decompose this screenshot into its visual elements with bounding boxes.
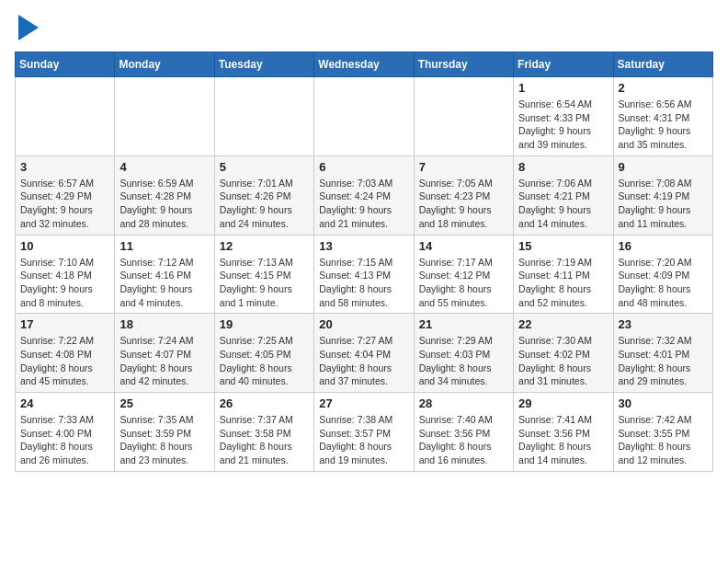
weekday-header-sunday: Sunday — [16, 52, 115, 77]
calendar-cell: 2Sunrise: 6:56 AM Sunset: 4:31 PM Daylig… — [613, 77, 712, 156]
day-info: Sunrise: 6:54 AM Sunset: 4:33 PM Dayligh… — [518, 98, 608, 152]
day-info: Sunrise: 7:27 AM Sunset: 4:04 PM Dayligh… — [319, 334, 408, 388]
day-number: 7 — [419, 160, 508, 174]
calendar-cell: 3Sunrise: 6:57 AM Sunset: 4:29 PM Daylig… — [16, 155, 115, 235]
weekday-header-wednesday: Wednesday — [314, 52, 414, 77]
day-info: Sunrise: 7:40 AM Sunset: 3:56 PM Dayligh… — [419, 413, 508, 467]
calendar-cell: 5Sunrise: 7:01 AM Sunset: 4:26 PM Daylig… — [214, 155, 313, 235]
day-info: Sunrise: 7:03 AM Sunset: 4:24 PM Dayligh… — [319, 177, 408, 231]
day-info: Sunrise: 7:01 AM Sunset: 4:26 PM Dayligh… — [220, 177, 309, 231]
calendar-week-4: 17Sunrise: 7:22 AM Sunset: 4:08 PM Dayli… — [16, 314, 713, 393]
calendar-cell: 9Sunrise: 7:08 AM Sunset: 4:19 PM Daylig… — [613, 155, 712, 235]
weekday-header-thursday: Thursday — [414, 52, 513, 77]
calendar-cell — [414, 77, 513, 156]
day-info: Sunrise: 7:24 AM Sunset: 4:07 PM Dayligh… — [119, 334, 209, 388]
day-info: Sunrise: 7:37 AM Sunset: 3:58 PM Dayligh… — [220, 413, 309, 467]
day-number: 12 — [220, 239, 309, 253]
calendar-cell: 20Sunrise: 7:27 AM Sunset: 4:04 PM Dayli… — [314, 314, 414, 393]
day-number: 2 — [619, 81, 708, 95]
calendar-cell: 12Sunrise: 7:13 AM Sunset: 4:15 PM Dayli… — [214, 235, 313, 314]
day-info: Sunrise: 7:33 AM Sunset: 4:00 PM Dayligh… — [20, 413, 109, 467]
calendar-week-2: 3Sunrise: 6:57 AM Sunset: 4:29 PM Daylig… — [16, 155, 713, 235]
day-number: 4 — [119, 160, 209, 174]
day-number: 29 — [518, 396, 608, 410]
calendar-cell: 22Sunrise: 7:30 AM Sunset: 4:02 PM Dayli… — [514, 314, 613, 393]
day-number: 21 — [419, 317, 508, 331]
day-info: Sunrise: 7:20 AM Sunset: 4:09 PM Dayligh… — [619, 256, 708, 310]
day-number: 20 — [319, 317, 408, 331]
day-info: Sunrise: 7:10 AM Sunset: 4:18 PM Dayligh… — [20, 256, 109, 310]
day-number: 16 — [619, 239, 708, 253]
calendar-cell: 24Sunrise: 7:33 AM Sunset: 4:00 PM Dayli… — [16, 393, 115, 472]
calendar-cell: 4Sunrise: 6:59 AM Sunset: 4:28 PM Daylig… — [115, 155, 214, 235]
day-number: 17 — [20, 317, 109, 331]
weekday-header-monday: Monday — [115, 52, 214, 77]
calendar-cell — [16, 77, 115, 156]
day-number: 10 — [20, 239, 109, 253]
calendar-cell: 14Sunrise: 7:17 AM Sunset: 4:12 PM Dayli… — [414, 235, 513, 314]
calendar-cell — [214, 77, 313, 156]
calendar-cell: 16Sunrise: 7:20 AM Sunset: 4:09 PM Dayli… — [613, 235, 712, 314]
day-number: 22 — [518, 317, 608, 331]
calendar-week-5: 24Sunrise: 7:33 AM Sunset: 4:00 PM Dayli… — [16, 393, 713, 472]
day-number: 23 — [619, 317, 708, 331]
day-info: Sunrise: 7:41 AM Sunset: 3:56 PM Dayligh… — [518, 413, 608, 467]
day-number: 28 — [419, 396, 508, 410]
svg-marker-0 — [18, 15, 39, 40]
day-info: Sunrise: 7:32 AM Sunset: 4:01 PM Dayligh… — [619, 334, 708, 388]
day-info: Sunrise: 7:15 AM Sunset: 4:13 PM Dayligh… — [319, 256, 408, 310]
day-number: 1 — [518, 81, 608, 95]
day-info: Sunrise: 6:57 AM Sunset: 4:29 PM Dayligh… — [20, 177, 109, 231]
day-info: Sunrise: 7:17 AM Sunset: 4:12 PM Dayligh… — [419, 256, 508, 310]
day-info: Sunrise: 7:30 AM Sunset: 4:02 PM Dayligh… — [518, 334, 608, 388]
calendar-cell — [115, 77, 214, 156]
calendar-week-3: 10Sunrise: 7:10 AM Sunset: 4:18 PM Dayli… — [16, 235, 713, 314]
day-number: 11 — [119, 239, 209, 253]
calendar-cell: 29Sunrise: 7:41 AM Sunset: 3:56 PM Dayli… — [514, 393, 613, 472]
calendar-cell: 17Sunrise: 7:22 AM Sunset: 4:08 PM Dayli… — [16, 314, 115, 393]
day-info: Sunrise: 6:56 AM Sunset: 4:31 PM Dayligh… — [619, 98, 708, 152]
calendar-cell: 15Sunrise: 7:19 AM Sunset: 4:11 PM Dayli… — [514, 235, 613, 314]
calendar-cell: 30Sunrise: 7:42 AM Sunset: 3:55 PM Dayli… — [613, 393, 712, 472]
calendar-cell — [314, 77, 414, 156]
day-number: 13 — [319, 239, 408, 253]
day-info: Sunrise: 7:22 AM Sunset: 4:08 PM Dayligh… — [20, 334, 109, 388]
day-info: Sunrise: 7:35 AM Sunset: 3:59 PM Dayligh… — [119, 413, 209, 467]
calendar-cell: 8Sunrise: 7:06 AM Sunset: 4:21 PM Daylig… — [514, 155, 613, 235]
weekday-header-friday: Friday — [514, 52, 613, 77]
day-number: 24 — [20, 396, 109, 410]
day-info: Sunrise: 7:13 AM Sunset: 4:15 PM Dayligh… — [220, 256, 309, 310]
day-number: 19 — [220, 317, 309, 331]
day-info: Sunrise: 6:59 AM Sunset: 4:28 PM Dayligh… — [119, 177, 209, 231]
day-info: Sunrise: 7:42 AM Sunset: 3:55 PM Dayligh… — [619, 413, 708, 467]
day-info: Sunrise: 7:08 AM Sunset: 4:19 PM Dayligh… — [619, 177, 708, 231]
day-info: Sunrise: 7:05 AM Sunset: 4:23 PM Dayligh… — [419, 177, 508, 231]
calendar-table: SundayMondayTuesdayWednesdayThursdayFrid… — [15, 52, 713, 472]
calendar-cell: 19Sunrise: 7:25 AM Sunset: 4:05 PM Dayli… — [214, 314, 313, 393]
day-info: Sunrise: 7:06 AM Sunset: 4:21 PM Dayligh… — [518, 177, 608, 231]
day-number: 25 — [119, 396, 209, 410]
weekday-header-saturday: Saturday — [613, 52, 712, 77]
day-number: 6 — [319, 160, 408, 174]
calendar-cell: 13Sunrise: 7:15 AM Sunset: 4:13 PM Dayli… — [314, 235, 414, 314]
calendar-cell: 10Sunrise: 7:10 AM Sunset: 4:18 PM Dayli… — [16, 235, 115, 314]
calendar-cell: 6Sunrise: 7:03 AM Sunset: 4:24 PM Daylig… — [314, 155, 414, 235]
day-number: 9 — [619, 160, 708, 174]
calendar-cell: 18Sunrise: 7:24 AM Sunset: 4:07 PM Dayli… — [115, 314, 214, 393]
calendar-cell: 26Sunrise: 7:37 AM Sunset: 3:58 PM Dayli… — [214, 393, 313, 472]
day-number: 30 — [619, 396, 708, 410]
day-number: 5 — [220, 160, 309, 174]
calendar-cell: 11Sunrise: 7:12 AM Sunset: 4:16 PM Dayli… — [115, 235, 214, 314]
day-info: Sunrise: 7:38 AM Sunset: 3:57 PM Dayligh… — [319, 413, 408, 467]
day-number: 26 — [220, 396, 309, 410]
calendar-cell: 21Sunrise: 7:29 AM Sunset: 4:03 PM Dayli… — [414, 314, 513, 393]
day-number: 27 — [319, 396, 408, 410]
day-number: 8 — [518, 160, 608, 174]
calendar-body: 1Sunrise: 6:54 AM Sunset: 4:33 PM Daylig… — [16, 77, 713, 472]
day-info: Sunrise: 7:19 AM Sunset: 4:11 PM Dayligh… — [518, 256, 608, 310]
logo-arrow-icon — [18, 15, 39, 40]
day-number: 3 — [20, 160, 109, 174]
calendar-cell: 1Sunrise: 6:54 AM Sunset: 4:33 PM Daylig… — [514, 77, 613, 156]
calendar-cell: 7Sunrise: 7:05 AM Sunset: 4:23 PM Daylig… — [414, 155, 513, 235]
calendar-cell: 28Sunrise: 7:40 AM Sunset: 3:56 PM Dayli… — [414, 393, 513, 472]
